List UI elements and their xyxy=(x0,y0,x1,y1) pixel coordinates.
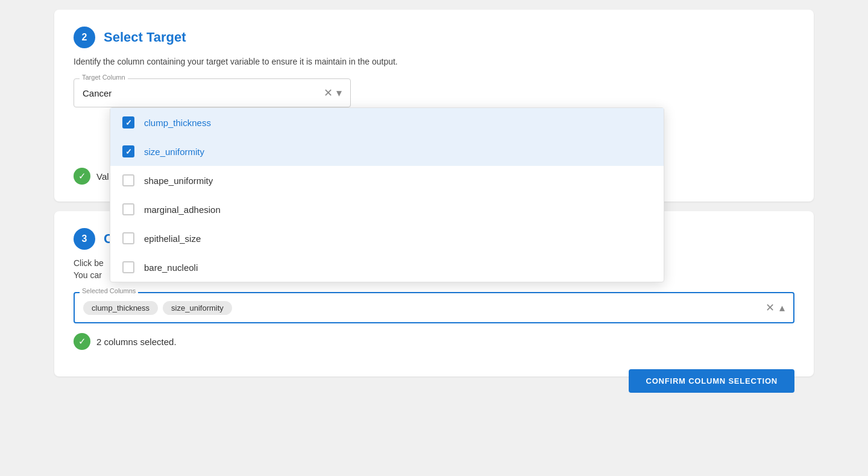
step-2-title: Select Target xyxy=(104,30,186,45)
step-2-description: Identify the column containing your targ… xyxy=(74,57,794,66)
validation-check-circle: ✓ xyxy=(74,168,90,185)
checkmark-clump-thickness: ✓ xyxy=(125,119,132,127)
check-icon-2: ✓ xyxy=(78,336,86,347)
chevron-down-icon[interactable]: ▾ xyxy=(336,86,342,100)
clear-selected-icon[interactable]: ✕ xyxy=(766,301,775,314)
step-2-header: 2 Select Target xyxy=(74,27,794,48)
label-marginal-adhesion: marginal_adhesion xyxy=(144,205,221,215)
selected-columns-box[interactable]: clump_thickness size_uniformity ✕ ▴ xyxy=(74,292,794,323)
label-bare-nucleoli: bare_nucleoli xyxy=(144,262,198,273)
checkbox-size-uniformity[interactable]: ✓ xyxy=(122,145,134,157)
select-icons: ✕ ▾ xyxy=(324,86,342,100)
tag-size-uniformity[interactable]: size_uniformity xyxy=(163,301,232,315)
label-clump-thickness: clump_thickness xyxy=(144,118,211,128)
confirm-column-selection-button[interactable]: CONFIRM COLUMN SELECTION xyxy=(629,369,794,393)
label-shape-uniformity: shape_uniformity xyxy=(144,176,213,186)
page-wrapper: 2 Select Target Identify the column cont… xyxy=(0,0,868,476)
collapse-icon[interactable]: ▴ xyxy=(779,301,785,314)
clear-icon[interactable]: ✕ xyxy=(324,86,333,100)
label-size-uniformity: size_uniformity xyxy=(144,147,204,157)
target-column-label: Target Column xyxy=(80,74,128,81)
validation-text: Val xyxy=(96,171,109,182)
columns-selected-row: ✓ 2 columns selected. xyxy=(74,333,794,350)
box-actions: ✕ ▴ xyxy=(766,301,785,314)
step-2-badge: 2 xyxy=(74,27,95,48)
dropdown-item-clump-thickness[interactable]: ✓ clump_thickness xyxy=(110,108,664,137)
columns-selected-check: ✓ xyxy=(74,333,90,350)
section-2-card: 2 Select Target Identify the column cont… xyxy=(54,10,814,202)
selected-columns-wrapper: Selected Columns clump_thickness size_un… xyxy=(74,292,794,323)
checkbox-epithelial-size[interactable] xyxy=(122,232,134,244)
selected-columns-label: Selected Columns xyxy=(80,287,138,294)
dropdown-menu: ✓ clump_thickness ✓ size_uniformity shap… xyxy=(110,107,664,282)
target-column-select[interactable]: Cancer ✕ ▾ xyxy=(74,78,351,107)
tag-list: clump_thickness size_uniformity xyxy=(83,301,232,315)
target-column-value: Cancer xyxy=(83,88,112,98)
check-icon: ✓ xyxy=(78,171,86,182)
dropdown-item-size-uniformity[interactable]: ✓ size_uniformity xyxy=(110,137,664,166)
checkbox-clump-thickness[interactable]: ✓ xyxy=(122,116,134,129)
label-epithelial-size: epithelial_size xyxy=(144,233,201,244)
columns-selected-text: 2 columns selected. xyxy=(96,337,177,347)
dropdown-item-shape-uniformity[interactable]: shape_uniformity xyxy=(110,166,664,195)
target-column-wrapper: Target Column Cancer ✕ ▾ ✓ clump_thickne… xyxy=(74,78,351,107)
dropdown-item-epithelial-size[interactable]: epithelial_size xyxy=(110,224,664,253)
checkbox-bare-nucleoli[interactable] xyxy=(122,261,134,273)
dropdown-item-marginal-adhesion[interactable]: marginal_adhesion xyxy=(110,195,664,224)
tag-clump-thickness[interactable]: clump_thickness xyxy=(83,301,158,315)
checkmark-size-uniformity: ✓ xyxy=(125,148,132,156)
step-3-badge: 3 xyxy=(74,228,95,250)
checkbox-shape-uniformity[interactable] xyxy=(122,174,134,186)
dropdown-item-bare-nucleoli[interactable]: bare_nucleoli xyxy=(110,253,664,282)
checkbox-marginal-adhesion[interactable] xyxy=(122,203,134,215)
